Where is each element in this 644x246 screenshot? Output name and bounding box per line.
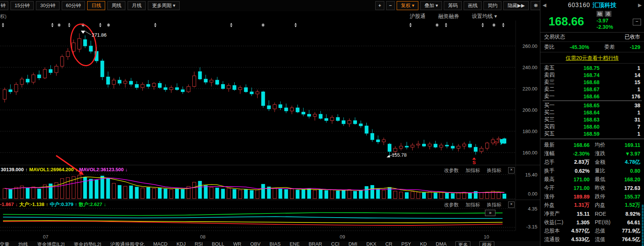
tool-button-−[interactable]: − xyxy=(386,1,395,10)
stat-label: 收益(二) xyxy=(544,219,569,226)
pane-header-seg: ↓ xyxy=(75,167,78,172)
stat-value: -2.30% xyxy=(569,151,590,157)
book-level-label: 卖一 xyxy=(544,93,562,100)
tool-button-+[interactable]: + xyxy=(375,1,384,10)
svg-text:08: 08 xyxy=(200,234,205,240)
period-tab-日线[interactable]: 日线 xyxy=(87,1,105,10)
stat-value: 64.61 xyxy=(620,219,641,225)
indicator-tab-BIAS[interactable]: BIAS xyxy=(269,241,281,246)
book-qty: 15 xyxy=(599,79,640,85)
indicator-tab-均线[interactable]: 均线 xyxy=(18,241,28,246)
level2-promo-row: 仅需20元查看十档行情 xyxy=(540,52,644,64)
price-block: 168.66 融 港 -3.97 -2.30% − xyxy=(540,10,644,33)
indicator-tab-PSY[interactable]: PSY xyxy=(402,241,411,246)
order-book-row-sell: 卖四168.7414 xyxy=(540,71,644,79)
level2-promo-link[interactable]: 仅需20元查看十档行情 xyxy=(566,55,619,61)
indicator-tab-ENE[interactable]: ENE xyxy=(290,241,300,246)
svg-text:220.00: 220.00 xyxy=(522,86,537,92)
pane-header-seg: MAVOL2:36123.500 xyxy=(79,167,123,172)
book-price: 168.66 xyxy=(562,93,599,99)
indicator-tab-BOLL[interactable]: BOLL xyxy=(212,241,224,246)
svg-text:240.00: 240.00 xyxy=(522,65,537,70)
tool-button-画线[interactable]: 画线 xyxy=(464,1,482,10)
indicator-tab-成交量[interactable]: 成交量 xyxy=(0,241,9,246)
indicator-tab-DMI[interactable]: DMI xyxy=(348,241,357,246)
stat-label: 涨幅 xyxy=(544,150,569,157)
volume-pane-改参数[interactable]: 改参数 xyxy=(444,167,459,174)
indicator-tab-RSI[interactable]: RSI xyxy=(195,241,203,246)
period-tab-60分钟[interactable]: 60分钟 xyxy=(62,1,85,10)
indicator-tab-WR[interactable]: WR xyxy=(233,241,241,246)
book-qty: 176 xyxy=(599,93,640,99)
top-toolbar: 钟15分钟30分钟60分钟日线周线月线更多周期 ▾ +−复权 ▾叠加 ▾筹码画线… xyxy=(0,0,540,11)
indicator-tab-KDJ[interactable]: KDJ xyxy=(177,241,186,246)
period-tab-更多周期 ▾[interactable]: 更多周期 ▾ xyxy=(148,1,179,10)
stat-value: 15.11 xyxy=(569,211,590,217)
indicator-tab-模板[interactable]: 模板 xyxy=(479,241,494,246)
indicator-tab-CR[interactable]: CR xyxy=(385,241,393,246)
prev-stock-arrow[interactable]: ◀ xyxy=(543,0,546,10)
book-level-label: 买三 xyxy=(544,116,562,123)
stock-app-window: 260.00240.00220.00200.00180.00160.0015.4… xyxy=(0,0,644,246)
minimize-panel-button[interactable]: − xyxy=(633,19,641,25)
next-stock-arrow[interactable]: ▶ xyxy=(638,0,642,10)
stat-label: 涨跌 xyxy=(595,150,620,157)
period-tab-30分钟[interactable]: 30分钟 xyxy=(36,1,59,10)
period-tab-月线[interactable]: 月线 xyxy=(128,1,146,10)
svg-text:160.00: 160.00 xyxy=(522,150,537,156)
fund-pane-加指标[interactable]: 加指标 xyxy=(466,202,480,208)
stock-code: 603160 xyxy=(568,2,590,8)
stat-label: 流值 xyxy=(595,236,620,243)
indicator-tab-DKX[interactable]: DKX xyxy=(366,241,376,246)
tool-button-叠加 ▾[interactable]: 叠加 ▾ xyxy=(420,1,442,10)
stock-name: 汇顶科技 xyxy=(592,2,616,8)
pane-header-seg: 30139.000 xyxy=(1,167,24,172)
expand-more-button[interactable]: » xyxy=(485,210,495,216)
book-price: 168.74 xyxy=(562,72,599,78)
stat-label: 内盘 xyxy=(595,202,620,209)
indicator-tab-OBV[interactable]: OBV xyxy=(250,241,260,246)
indicator-tab-更多[interactable]: 更多 xyxy=(455,241,470,246)
stat-label: 昨收 xyxy=(595,185,620,191)
stat-value: 4.533亿 xyxy=(569,236,590,243)
tool-button-隐藏▶▶[interactable]: 隐藏▶▶ xyxy=(503,1,529,10)
indicator-tab-MACD[interactable]: MACD xyxy=(153,241,167,246)
indicator-tab-BRAR[interactable]: BRAR xyxy=(309,241,322,246)
stat-row: 收益(二)1.305PE(动)64.61 xyxy=(540,218,644,227)
book-price: 168.75 xyxy=(562,65,599,71)
tool-button-复权 ▾[interactable]: 复权 ▾ xyxy=(397,1,418,10)
period-tab-钟[interactable]: 钟 xyxy=(0,1,8,10)
pane-header-seg: ↓ xyxy=(15,202,18,207)
stat-label: 最新 xyxy=(544,142,569,148)
change-stack: 融 港 -3.97 -2.30% xyxy=(596,11,613,30)
indicator-tab-资金博弈[L2][interactable]: 资金博弈[L2] xyxy=(37,241,65,246)
stat-row: 换手0.62%量比0.80 xyxy=(540,166,644,175)
stat-row: 最高171.00最低168.20 xyxy=(540,175,644,184)
fund-pane-close-icon[interactable]: × xyxy=(508,202,515,208)
sub-link-沪股通[interactable]: 沪股通 xyxy=(410,13,425,20)
indicator-tab-KD[interactable]: KD xyxy=(420,241,427,246)
panel-scrollbar[interactable] xyxy=(642,205,644,246)
fullscreen-icon[interactable]: ⁜ xyxy=(531,1,541,10)
sub-link-融资融券[interactable]: 融资融券 xyxy=(438,13,459,20)
tool-button-简约[interactable]: 简约 xyxy=(483,1,501,10)
stat-label: 换手 xyxy=(544,167,569,174)
tool-button-筹码[interactable]: 筹码 xyxy=(444,1,462,10)
period-tab-15分钟[interactable]: 15分钟 xyxy=(10,1,34,10)
indicator-tab-沪股通持股变化[interactable]: 沪股通持股变化 xyxy=(110,241,144,246)
volume-pane-加指标[interactable]: 加指标 xyxy=(466,167,480,174)
indicator-tab-CCI[interactable]: CCI xyxy=(331,241,339,246)
fund-pane-换指标[interactable]: 换指标 xyxy=(487,202,501,208)
chart-region: 260.00240.00220.00200.00180.00160.0015.4… xyxy=(0,0,540,246)
order-book: 卖五168.751卖四168.7414卖三168.6815卖二168.671卖一… xyxy=(540,64,644,139)
volume-pane-close-icon[interactable]: × xyxy=(508,167,515,173)
svg-text:155.78: 155.78 xyxy=(392,152,407,158)
volume-pane-换指标[interactable]: 换指标 xyxy=(487,167,501,174)
margin-badge: 融 xyxy=(596,11,603,17)
indicator-tab-资金趋势[L2][interactable]: 资金趋势[L2] xyxy=(74,241,101,246)
book-level-label: 卖二 xyxy=(544,86,562,93)
sub-link-设置均线 ▾[interactable]: 设置均线 ▾ xyxy=(472,13,497,20)
fund-pane-改参数[interactable]: 改参数 xyxy=(444,202,459,208)
indicator-tab-DMA[interactable]: DMA xyxy=(436,241,447,246)
period-tab-周线[interactable]: 周线 xyxy=(107,1,125,10)
